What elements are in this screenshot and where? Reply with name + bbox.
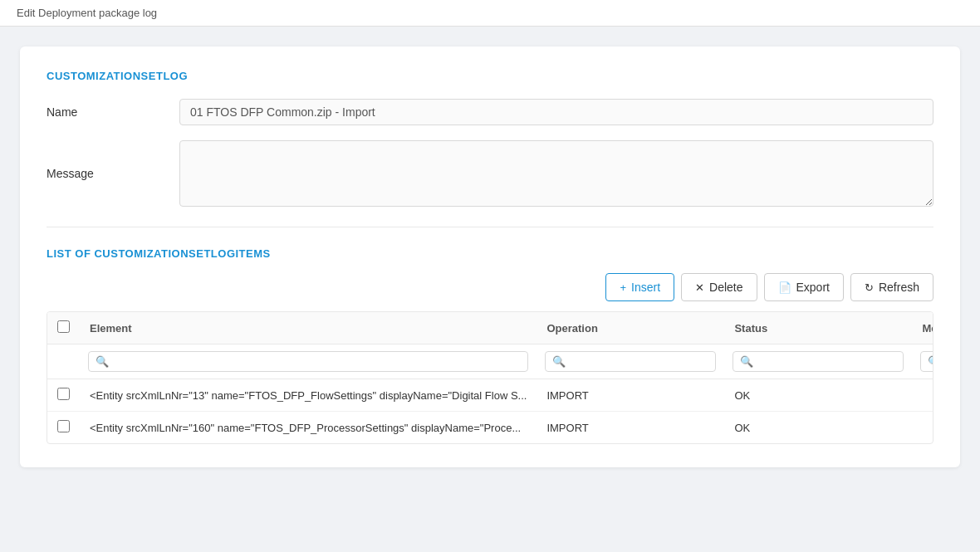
th-message: Message [912,312,933,344]
plus-icon: + [620,281,626,294]
operation-search-input[interactable] [569,355,708,368]
status-search-input[interactable] [757,355,896,368]
export-icon: 📄 [778,281,791,294]
items-table: Element Operation Status Message [47,312,933,443]
cross-icon: ✕ [695,281,704,294]
element-search-wrap: 🔍 [88,351,528,372]
search-element-cell: 🔍 [80,344,537,379]
search-checkbox-cell [47,344,80,379]
message-search-wrap: 🔍 [920,351,933,372]
search-message-cell: 🔍 [912,344,933,379]
status-search-icon: 🔍 [740,355,753,368]
element-search-icon: 🔍 [96,355,109,368]
row-checkbox-cell [47,379,80,412]
select-all-checkbox[interactable] [57,320,70,333]
table-header-row: Element Operation Status Message [47,312,933,344]
insert-button[interactable]: + Insert [605,273,674,301]
search-status-cell: 🔍 [724,344,912,379]
section-divider [47,227,933,227]
row-message [912,379,933,412]
name-label: Name [47,105,179,119]
name-input[interactable] [179,99,933,125]
operation-search-icon: 🔍 [552,355,566,368]
th-operation: Operation [537,312,724,344]
list-toolbar: + Insert ✕ Delete 📄 Export ↻ Refresh [47,273,933,301]
items-table-wrapper: Element Operation Status Message [47,311,933,444]
row-status: OK [724,379,912,412]
row-checkbox-cell [47,412,80,444]
form-section-title: CUSTOMIZATIONSETLOG [47,70,933,82]
table-row: <Entity srcXmlLnNr="160" name="FTOS_DFP_… [47,412,933,444]
row-status: OK [724,412,912,444]
row-message [912,412,933,444]
delete-button[interactable]: ✕ Delete [681,273,757,301]
row-element: <Entity srcXmlLnNr="13" name="FTOS_DFP_F… [80,379,537,412]
message-search-icon: 🔍 [928,355,933,368]
refresh-button[interactable]: ↻ Refresh [850,273,933,301]
message-textarea[interactable] [179,140,933,207]
list-section-title: LIST OF CUSTOMIZATIONSETLOGITEMS [47,247,933,260]
export-button[interactable]: 📄 Export [764,273,844,301]
th-checkbox [47,312,80,344]
search-operation-cell: 🔍 [537,344,724,379]
message-label: Message [47,167,179,180]
name-row: Name [47,99,933,125]
status-search-wrap: 🔍 [733,351,904,372]
th-status: Status [724,312,912,344]
operation-search-wrap: 🔍 [545,351,716,372]
row-operation: IMPORT [537,379,724,412]
main-card: CUSTOMIZATIONSETLOG Name Message LIST OF… [20,46,960,467]
search-filter-row: 🔍 🔍 🔍 [47,344,933,379]
row-checkbox[interactable] [57,420,70,432]
message-row: Message [47,140,933,207]
table-row: <Entity srcXmlLnNr="13" name="FTOS_DFP_F… [47,379,933,412]
th-element: Element [80,312,537,344]
refresh-icon: ↻ [865,281,874,294]
row-checkbox[interactable] [57,388,70,400]
row-operation: IMPORT [537,412,724,444]
element-search-input[interactable] [112,355,521,368]
row-element: <Entity srcXmlLnNr="160" name="FTOS_DFP_… [80,412,537,444]
page-breadcrumb: Edit Deployment package log [0,0,980,27]
